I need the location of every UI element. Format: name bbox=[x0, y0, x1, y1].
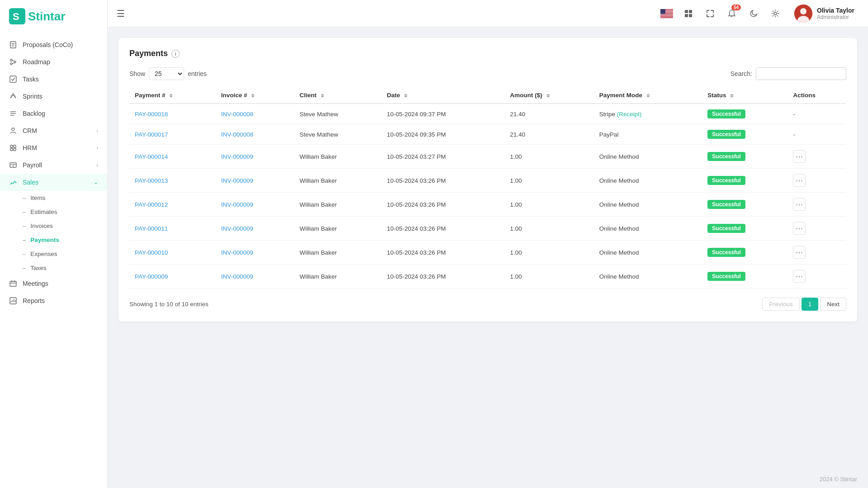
col-payment-mode[interactable]: Payment Mode bbox=[594, 87, 702, 104]
svg-rect-42 bbox=[660, 14, 673, 15]
table-row: PAY-000017 INV-000008 Steve Mathew 10-05… bbox=[129, 124, 846, 145]
search-input[interactable] bbox=[756, 67, 846, 80]
showing-text: Showing 1 to 10 of 10 entries bbox=[129, 301, 209, 308]
sidebar-item-payments[interactable]: Payments bbox=[0, 233, 107, 247]
invoice-num-cell[interactable]: INV-000008 bbox=[216, 124, 294, 145]
action-menu-button[interactable]: ⋯ bbox=[793, 222, 806, 235]
status-badge: Successful bbox=[707, 130, 745, 139]
payment-num-cell[interactable]: PAY-000017 bbox=[129, 124, 216, 145]
menu-toggle-button[interactable]: ☰ bbox=[117, 8, 125, 19]
date-cell: 10-05-2024 03:26 PM bbox=[381, 265, 504, 289]
payment-num-cell[interactable]: PAY-000010 bbox=[129, 241, 216, 265]
invoice-num-cell[interactable]: INV-000008 bbox=[216, 104, 294, 124]
sidebar-item-tasks[interactable]: Tasks bbox=[0, 71, 107, 88]
invoice-num-cell[interactable]: INV-000009 bbox=[216, 193, 294, 217]
client-cell: William Baker bbox=[294, 217, 381, 241]
payment-num-cell[interactable]: PAY-000011 bbox=[129, 217, 216, 241]
action-menu-button[interactable]: ⋯ bbox=[793, 270, 806, 283]
user-info: Olivia Taylor Administrator bbox=[817, 7, 854, 20]
crm-icon bbox=[9, 127, 17, 135]
receipt-link[interactable]: (Receipt) bbox=[617, 111, 642, 118]
tasks-icon bbox=[9, 75, 17, 83]
sidebar-item-estimates[interactable]: Estimates bbox=[0, 205, 107, 219]
action-menu-button[interactable]: ⋯ bbox=[793, 150, 806, 163]
sidebar-item-hrm[interactable]: HRM › bbox=[0, 139, 107, 156]
status-badge: Successful bbox=[707, 248, 745, 257]
col-status[interactable]: Status bbox=[702, 87, 787, 104]
notifications-icon[interactable]: 54 bbox=[725, 6, 739, 21]
payment-num-cell[interactable]: PAY-000018 bbox=[129, 104, 216, 124]
actions-cell: ⋯ bbox=[787, 193, 846, 217]
invoice-num-cell[interactable]: INV-000009 bbox=[216, 241, 294, 265]
hrm-icon bbox=[9, 144, 17, 152]
amount-cell: 21.40 bbox=[504, 104, 593, 124]
table-row: PAY-000011 INV-000009 William Baker 10-0… bbox=[129, 217, 846, 241]
sidebar-item-sprints[interactable]: Sprints bbox=[0, 88, 107, 105]
svg-rect-51 bbox=[689, 14, 692, 17]
sidebar-item-taxes[interactable]: Taxes bbox=[0, 261, 107, 275]
dark-mode-toggle[interactable] bbox=[746, 6, 761, 21]
svg-point-6 bbox=[10, 59, 12, 61]
fullscreen-icon[interactable] bbox=[703, 6, 717, 21]
sidebar-item-label: Payroll bbox=[23, 161, 42, 169]
svg-rect-50 bbox=[685, 14, 688, 17]
status-badge: Successful bbox=[707, 109, 745, 118]
action-menu-button[interactable]: ⋯ bbox=[793, 198, 806, 211]
content-area: Payments i Show 25 10 50 100 entries Sea… bbox=[108, 27, 868, 470]
settings-icon[interactable] bbox=[768, 6, 783, 21]
col-date[interactable]: Date bbox=[381, 87, 504, 104]
sidebar-item-sales[interactable]: Sales ⌄ bbox=[0, 174, 107, 191]
user-profile[interactable]: Olivia Taylor Administrator bbox=[790, 3, 859, 24]
sidebar-item-label: HRM bbox=[23, 144, 37, 152]
footer-text: 2024 © Stintar bbox=[820, 476, 857, 483]
info-icon[interactable]: i bbox=[171, 50, 180, 58]
sidebar-item-items[interactable]: Items bbox=[0, 191, 107, 205]
sidebar-item-payroll[interactable]: Payroll › bbox=[0, 156, 107, 174]
sidebar-item-crm[interactable]: CRM › bbox=[0, 122, 107, 139]
status-cell: Successful bbox=[702, 104, 787, 124]
col-payment-num[interactable]: Payment # bbox=[129, 87, 216, 104]
col-invoice-num[interactable]: Invoice # bbox=[216, 87, 294, 104]
sidebar-item-roadmap[interactable]: Roadmap bbox=[0, 53, 107, 71]
next-button[interactable]: Next bbox=[820, 298, 846, 311]
invoice-num-cell[interactable]: INV-000009 bbox=[216, 265, 294, 289]
sidebar-item-reports[interactable]: Reports bbox=[0, 292, 107, 309]
sidebar-item-invoices[interactable]: Invoices bbox=[0, 219, 107, 233]
proposals-icon bbox=[9, 41, 17, 49]
action-menu-button[interactable]: ⋯ bbox=[793, 246, 806, 259]
entries-select[interactable]: 25 10 50 100 bbox=[149, 67, 184, 80]
svg-rect-11 bbox=[10, 76, 16, 82]
svg-rect-17 bbox=[14, 145, 16, 147]
payment-num-cell[interactable]: PAY-000012 bbox=[129, 193, 216, 217]
sidebar-item-proposals[interactable]: Proposals (CoCo) bbox=[0, 36, 107, 53]
svg-rect-16 bbox=[10, 145, 13, 147]
invoice-num-cell[interactable]: INV-000009 bbox=[216, 217, 294, 241]
invoice-num-cell[interactable]: INV-000009 bbox=[216, 145, 294, 169]
svg-rect-20 bbox=[10, 163, 16, 167]
sidebar-item-expenses[interactable]: Expenses bbox=[0, 247, 107, 261]
actions-cell: - bbox=[787, 104, 846, 124]
svg-rect-46 bbox=[660, 17, 673, 18]
language-selector[interactable] bbox=[659, 6, 674, 21]
invoice-num-cell[interactable]: INV-000009 bbox=[216, 169, 294, 193]
status-badge: Successful bbox=[707, 152, 745, 161]
main-area: ☰ bbox=[108, 0, 868, 488]
sidebar-nav: Proposals (CoCo) Roadmap Tasks Sprints bbox=[0, 33, 107, 488]
col-amount[interactable]: Amount ($) bbox=[504, 87, 593, 104]
sort-icon bbox=[404, 94, 408, 98]
col-client[interactable]: Client bbox=[294, 87, 381, 104]
topbar: ☰ bbox=[108, 0, 868, 27]
payment-num-cell[interactable]: PAY-000013 bbox=[129, 169, 216, 193]
svg-rect-43 bbox=[660, 15, 673, 16]
status-cell: Successful bbox=[702, 124, 787, 145]
page-1-button[interactable]: 1 bbox=[802, 298, 819, 311]
sidebar-item-backlog[interactable]: Backlog bbox=[0, 105, 107, 122]
payment-num-cell[interactable]: PAY-000014 bbox=[129, 145, 216, 169]
action-menu-button[interactable]: ⋯ bbox=[793, 174, 806, 187]
payment-num-cell[interactable]: PAY-000009 bbox=[129, 265, 216, 289]
previous-button[interactable]: Previous bbox=[762, 298, 800, 311]
client-cell: William Baker bbox=[294, 145, 381, 169]
search-box: Search: bbox=[730, 67, 846, 80]
sidebar-item-meetings[interactable]: Meetings bbox=[0, 275, 107, 292]
apps-icon[interactable] bbox=[681, 6, 696, 21]
